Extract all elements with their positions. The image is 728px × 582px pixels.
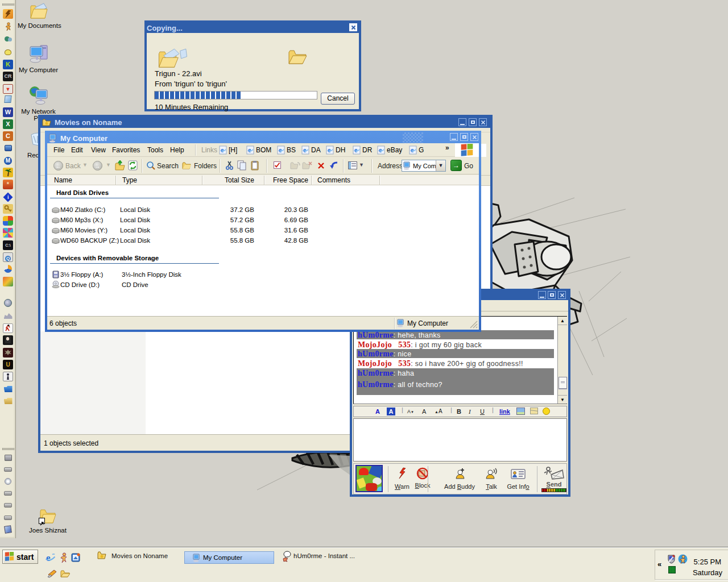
- svg-text:e: e: [46, 552, 51, 563]
